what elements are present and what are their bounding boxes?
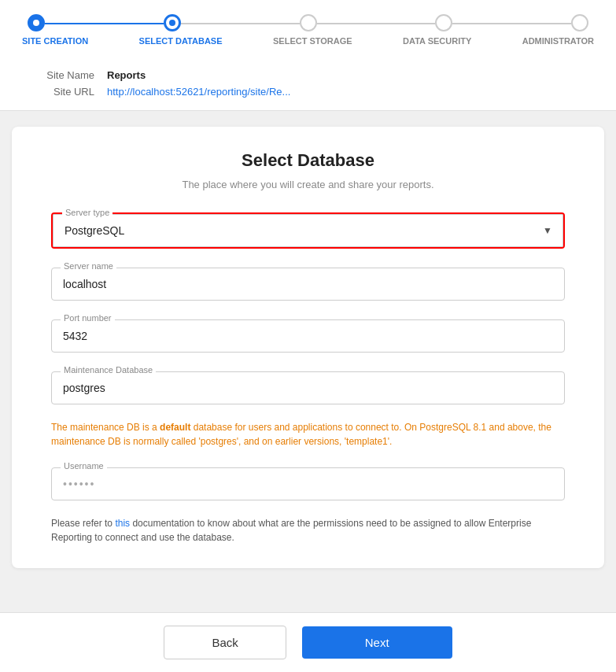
site-url-label: Site URL: [39, 86, 94, 98]
step-label-2: SELECT DATABASE: [139, 36, 223, 46]
step-circle-1: [28, 14, 45, 31]
port-number-input[interactable]: [51, 319, 565, 353]
maintenance-db-label: Maintenance Database: [61, 365, 156, 375]
username-input[interactable]: [51, 467, 565, 500]
step-label-1: SITE CREATION: [22, 36, 88, 46]
step-line-2: [181, 23, 300, 24]
username-hint: Please refer to this documentation to kn…: [51, 516, 565, 545]
step-label-3: SELECT STORAGE: [273, 36, 352, 46]
username-label: Username: [61, 461, 107, 471]
step-label-5: ADMINISTRATOR: [522, 36, 594, 46]
port-number-label: Port number: [61, 313, 115, 323]
next-button[interactable]: Next: [302, 626, 452, 659]
step-line-3: [317, 23, 436, 24]
step-site-creation: [28, 14, 45, 31]
site-name-label: Site Name: [39, 69, 94, 81]
step-select-storage: [300, 14, 317, 31]
step-circle-2: [164, 14, 181, 31]
this-link[interactable]: this: [115, 518, 130, 529]
step-circle-5: [571, 14, 588, 31]
server-name-label: Server name: [61, 261, 116, 271]
step-label-4: DATA SECURITY: [403, 36, 471, 46]
maintenance-db-input[interactable]: [51, 371, 565, 404]
footer-bar: Back Next: [0, 612, 616, 672]
step-data-security: [435, 14, 452, 31]
card-title: Select Database: [51, 150, 565, 171]
server-type-label: Server type: [62, 208, 113, 217]
step-administrator: [571, 14, 588, 31]
maintenance-db-hint: The maintenance DB is a default database…: [51, 420, 565, 449]
card-subtitle: The place where you will create and shar…: [51, 179, 565, 190]
step-select-database: [164, 14, 181, 31]
server-name-input[interactable]: [51, 268, 565, 301]
back-button[interactable]: Back: [164, 626, 286, 659]
server-type-wrapper: Server type ▼: [51, 212, 565, 249]
step-circle-3: [300, 14, 317, 31]
site-url-link[interactable]: http://localhost:52621/reporting/site/Re…: [107, 86, 290, 98]
step-line-1: [45, 23, 164, 24]
site-name-value: Reports: [107, 69, 146, 81]
server-type-input[interactable]: [53, 214, 563, 247]
step-line-4: [452, 23, 571, 24]
step-circle-4: [435, 14, 452, 31]
username-hint-pre: Please refer to: [51, 518, 115, 529]
